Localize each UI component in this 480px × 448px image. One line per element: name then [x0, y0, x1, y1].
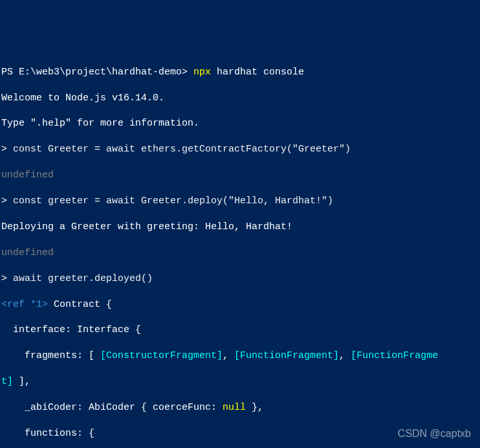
- code-line: const Greeter = await ethers.getContract…: [13, 144, 351, 155]
- output-line: _abiCoder: AbiCoder { coerceFunc: null }…: [1, 401, 480, 414]
- cmd-rest: hardhat console: [211, 67, 304, 78]
- code-line: await greeter.deployed(): [13, 273, 153, 284]
- ref-marker: <ref *1>: [1, 299, 48, 310]
- output-line: fragments: [ [ConstructorFragment], [Fun…: [1, 350, 480, 363]
- input-line-3: > await greeter.deployed(): [1, 273, 480, 286]
- terminal-output[interactable]: PS E:\web3\project\hardhat-demo> npx har…: [0, 52, 480, 448]
- welcome-1: Welcome to Node.js v16.14.0.: [1, 92, 480, 105]
- deploy-message: Deploying a Greeter with greeting: Hello…: [1, 221, 480, 234]
- output-line: <ref *1> Contract {: [1, 298, 480, 311]
- watermark: CSDN @captxb: [398, 427, 471, 440]
- cmd-word: npx: [193, 67, 211, 78]
- code-line: const greeter = await Greeter.deploy("He…: [13, 196, 333, 207]
- output-line: t] ],: [1, 375, 480, 388]
- ps-prompt: PS E:\web3\project\hardhat-demo>: [1, 67, 193, 78]
- undefined-2: undefined: [1, 247, 480, 260]
- output-line: interface: Interface {: [1, 324, 480, 337]
- input-line-2: > const greeter = await Greeter.deploy("…: [1, 195, 480, 208]
- input-line-1: > const Greeter = await ethers.getContra…: [1, 143, 480, 156]
- undefined-1: undefined: [1, 169, 480, 182]
- welcome-2: Type ".help" for more information.: [1, 117, 480, 130]
- prompt-line: PS E:\web3\project\hardhat-demo> npx har…: [1, 66, 480, 79]
